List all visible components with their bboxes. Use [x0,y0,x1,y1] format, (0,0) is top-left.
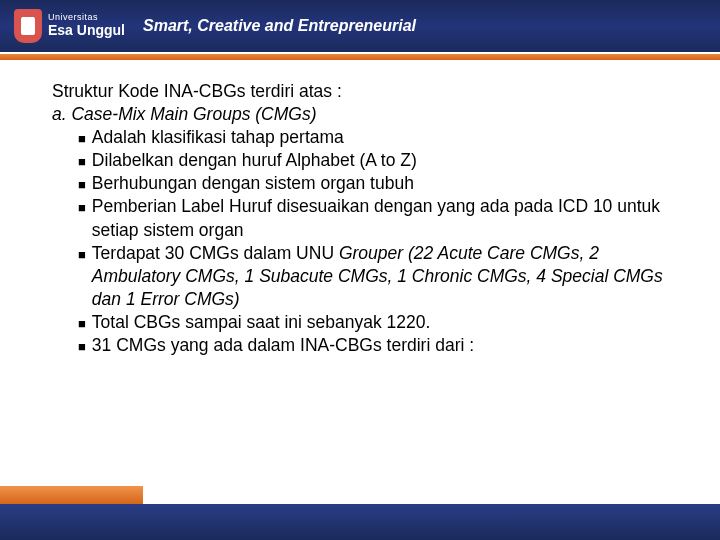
slide-header: Universitas Esa Unggul Smart, Creative a… [0,0,720,52]
bullet-item: ■Terdapat 30 CMGs dalam UNU Grouper (22 … [78,242,680,311]
bullet-text: Terdapat 30 CMGs dalam UNU Grouper (22 A… [92,242,680,311]
content-subhead: a. Case-Mix Main Groups (CMGs) [52,103,680,126]
bullet-square-icon: ■ [78,153,86,170]
bullet-text: Adalah klasifikasi tahap pertama [92,126,344,149]
bullet-item: ■Dilabelkan dengan huruf Alphabet (A to … [78,149,680,172]
slide-footer [0,504,720,540]
bullet-square-icon: ■ [78,246,86,263]
bullet-square-icon: ■ [78,199,86,216]
bullet-square-icon: ■ [78,130,86,147]
slide-content: Struktur Kode INA-CBGs terdiri atas : a.… [0,62,720,357]
tagline: Smart, Creative and Entrepreneurial [143,17,416,35]
footer-accent-block [0,484,145,504]
bullet-square-icon: ■ [78,338,86,355]
logo-bottom-text: Esa Unggul [48,23,125,38]
bullet-text: Berhubungan dengan sistem organ tubuh [92,172,414,195]
bullet-item: ■Pemberian Label Huruf disesuaikan denga… [78,195,680,241]
bullet-text: Pemberian Label Huruf disesuaikan dengan… [92,195,680,241]
bullet-text: Dilabelkan dengan huruf Alphabet (A to Z… [92,149,417,172]
header-accent-bar [0,52,720,62]
bullet-item: ■Total CBGs sampai saat ini sebanyak 122… [78,311,680,334]
university-logo: Universitas Esa Unggul [14,9,125,43]
content-title: Struktur Kode INA-CBGs terdiri atas : [52,80,680,103]
logo-shield-icon [14,9,42,43]
bullet-square-icon: ■ [78,176,86,193]
bullet-text: Total CBGs sampai saat ini sebanyak 1220… [92,311,431,334]
bullet-item: ■Berhubungan dengan sistem organ tubuh [78,172,680,195]
bullet-item: ■31 CMGs yang ada dalam INA-CBGs terdiri… [78,334,680,357]
bullet-list: ■ Adalah klasifikasi tahap pertama■Dilab… [52,126,680,357]
logo-text: Universitas Esa Unggul [48,13,125,38]
footer-bar [0,504,720,540]
bullet-item: ■ Adalah klasifikasi tahap pertama [78,126,680,149]
bullet-text: 31 CMGs yang ada dalam INA-CBGs terdiri … [92,334,474,357]
bullet-square-icon: ■ [78,315,86,332]
